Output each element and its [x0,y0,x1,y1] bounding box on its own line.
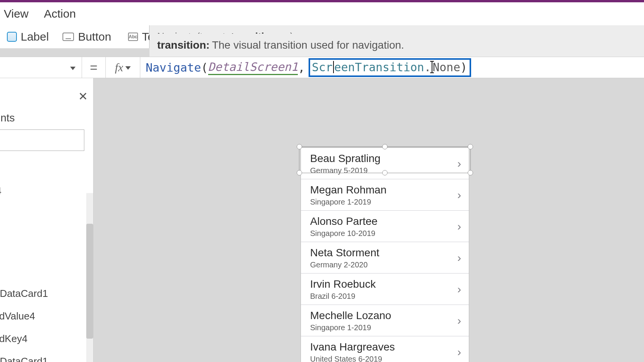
text-icon: Abc [128,33,138,41]
close-icon[interactable]: ✕ [78,90,88,103]
tree-item[interactable]: ors [0,157,89,180]
insert-label-button[interactable]: Label [0,30,56,43]
tok-open-paren: ( [201,61,208,74]
param-desc: The visual transition used for navigatio… [212,39,404,51]
menu-action[interactable]: Action [44,7,76,20]
tree-search-input[interactable] [0,129,84,151]
tree-item[interactable]: 4 [0,202,89,225]
text-caret [333,61,334,73]
tree-item[interactable]: CardValue4 [0,305,89,328]
tok-close-paren: ) [460,61,467,74]
tree-view-panel: ✕ nents ors ow4 4 ne_DataCard1 CardValue… [0,78,94,362]
equals-cell: = [82,57,106,78]
param-help-band: transition: The visual transition used f… [150,34,644,57]
formula-bar: = fx Navigate(DetailScreen1, ScreenTrans… [0,57,644,78]
chevron-right-icon[interactable]: › [457,314,461,327]
item-subtitle: Singapore 10-2019 [310,229,461,238]
item-title: Mechelle Lozano [310,310,461,322]
chevron-down-icon [125,64,131,72]
resize-handle[interactable] [382,170,388,175]
resize-handle[interactable] [468,170,473,175]
ribbon-button-text: Button [78,30,111,43]
list-item[interactable]: Megan Rohman Singapore 1-2019 › [301,179,469,211]
tok-none: None [433,61,460,74]
formula-input[interactable]: Navigate(DetailScreen1, ScreenTransition… [140,57,644,78]
tok-screentransition-a: Scr [312,61,332,74]
item-subtitle: Singapore 1-2019 [310,198,461,206]
chevron-right-icon[interactable]: › [457,251,461,264]
ribbon-label-text: Label [21,30,49,43]
fx-expand-button[interactable]: fx [106,57,140,78]
tree-item[interactable]: ne_DataCard1 [0,350,89,362]
tree-tab-label[interactable]: nents [0,112,15,124]
secondary-caret-icon [432,61,432,73]
tok-comma: , [298,61,305,74]
tree-items: ors ow4 4 ne_DataCard1 CardValue4 CardKe… [0,157,89,362]
property-dropdown[interactable] [0,57,82,78]
item-title: Ivana Hargreaves [310,341,461,353]
insert-button-button[interactable]: Button [56,30,118,43]
ribbon-insert-group: Label Button Abc Text [0,25,150,48]
resize-handle[interactable] [297,170,302,175]
gallery-control[interactable]: Beau Spratling Germany 5-2019 › Megan Ro… [301,147,469,362]
item-title: Megan Rohman [310,184,461,196]
list-item[interactable]: Alonso Partee Singapore 10-2019 › [301,211,469,242]
item-subtitle: Brazil 6-2019 [310,292,461,301]
chevron-right-icon[interactable]: › [457,220,461,233]
fx-label: fx [115,61,123,74]
chevron-right-icon[interactable]: › [457,346,461,359]
list-item[interactable]: Ivana Hargreaves United States 6-2019 › [301,336,469,362]
spacer [0,225,89,282]
button-icon [62,33,74,41]
label-icon [7,32,17,42]
param-name: transition: [157,39,210,51]
menubar: View Action [0,2,644,25]
tree-item[interactable]: CardKey4 [0,328,89,350]
tok-dot: . [424,61,431,74]
chevron-down-icon [70,62,76,72]
item-subtitle: Singapore 1-2019 [310,323,461,332]
tree-item[interactable]: ow4 [0,180,89,202]
resize-handle[interactable] [297,144,302,149]
chevron-right-icon[interactable]: › [457,283,461,296]
resize-handle[interactable] [382,144,388,149]
canvas-area[interactable]: Beau Spratling Germany 5-2019 › Megan Ro… [94,78,644,362]
list-item[interactable]: Neta Storment Germany 2-2020 › [301,242,469,274]
item-subtitle: Germany 2-2020 [310,260,461,269]
tok-arg-detailscreen: DetailScreen1 [208,60,298,75]
menu-view[interactable]: View [4,7,28,20]
item-title: Neta Storment [310,247,461,259]
tok-function: Navigate [146,61,201,74]
tok-screentransition-b: eenTransition [334,61,424,74]
item-subtitle: United States 6-2019 [310,355,461,362]
highlighted-argument: ScreenTransition.None) [309,58,471,77]
list-item[interactable]: Mechelle Lozano Singapore 1-2019 › [301,305,469,336]
scrollbar-thumb[interactable] [86,224,93,339]
item-title: Alonso Partee [310,215,461,228]
list-item[interactable]: Irvin Roebuck Brazil 6-2019 › [301,274,469,305]
resize-handle[interactable] [468,144,473,149]
item-title: Irvin Roebuck [310,278,461,290]
chevron-right-icon[interactable]: › [457,188,461,201]
selection-outline [299,146,471,173]
tree-item[interactable]: ne_DataCard1 [0,282,89,305]
